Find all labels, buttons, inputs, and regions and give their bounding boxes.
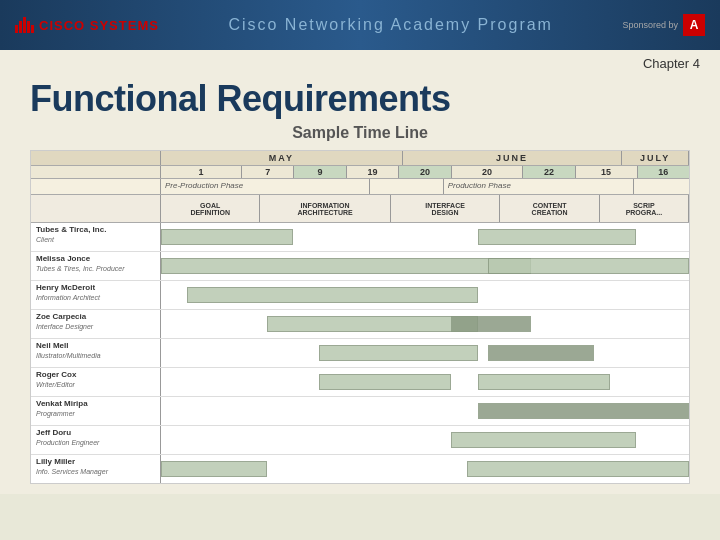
table-row: Melissa Jonce Tubes & Tires, Inc. Produc… — [31, 252, 689, 281]
date-22: 22 — [523, 166, 575, 178]
phase-col-goal: GOALDEFINITION — [161, 195, 260, 222]
data-rows: Tubes & Tirca, Inc. Client Melissa Jonce… — [31, 223, 689, 483]
gantt-area-2 — [161, 252, 689, 280]
phases-col-spacer — [31, 195, 161, 222]
date-16: 16 — [638, 166, 689, 178]
gantt-area-7 — [161, 397, 689, 425]
table-row: Henry McDeroit Information Architect — [31, 281, 689, 310]
date-1: 1 — [161, 166, 242, 178]
gantt-bar — [478, 374, 610, 391]
date-15: 15 — [576, 166, 638, 178]
gantt-bar — [488, 258, 689, 275]
phase-col-info: INFORMATIONARCHITECTURE — [260, 195, 390, 222]
date-20: 20 — [399, 166, 451, 178]
table-row: Neil Mell Illustrator/Multimedia — [31, 339, 689, 368]
row-label-6: Roger Cox Writer/Editor — [31, 368, 161, 396]
sponsored-label: Sponsored by — [622, 20, 678, 30]
main-content: Functional Requirements Sample Time Line… — [0, 73, 720, 494]
table-row: Jeff Doru Production Engineer — [31, 426, 689, 455]
phase-spacer — [31, 179, 161, 194]
gantt-bar — [451, 316, 530, 333]
date-june20: 20 — [452, 166, 523, 178]
cisco-bars-icon — [15, 17, 34, 33]
row-label-4: Zoe Carpecia Interface Designer — [31, 310, 161, 338]
gantt-area-9 — [161, 455, 689, 483]
row-label-9: Lilly Miller Info. Services Manager — [31, 455, 161, 483]
academy-title: Cisco Networking Academy Program — [159, 16, 623, 34]
row-label-2: Melissa Jonce Tubes & Tires, Inc. Produc… — [31, 252, 161, 280]
gantt-bar — [478, 229, 636, 246]
gantt-area-3 — [161, 281, 689, 309]
label-spacer — [31, 151, 161, 165]
chapter-label: Chapter 4 — [0, 50, 720, 73]
gantt-bar — [161, 461, 267, 478]
bar4 — [27, 21, 30, 33]
phase-gap — [370, 179, 444, 194]
row-label-3: Henry McDeroit Information Architect — [31, 281, 161, 309]
gantt-bar — [488, 345, 594, 362]
gantt-area-1 — [161, 223, 689, 251]
gantt-bar — [478, 403, 689, 420]
bar1 — [15, 25, 18, 33]
table-row: Tubes & Tirca, Inc. Client — [31, 223, 689, 252]
bar3 — [23, 17, 26, 33]
gantt-bar — [187, 287, 477, 304]
table-row: Zoe Carpecia Interface Designer — [31, 310, 689, 339]
gantt-bar — [161, 258, 531, 275]
subtitle: Sample Time Line — [30, 124, 690, 142]
row-label-5: Neil Mell Illustrator/Multimedia — [31, 339, 161, 367]
table-row: Venkat Miripa Programmer — [31, 397, 689, 426]
cisco-logo: CISCO SYSTEMS — [15, 17, 159, 33]
gantt-bar — [161, 229, 293, 246]
cisco-text: CISCO SYSTEMS — [39, 18, 159, 33]
bar2 — [19, 21, 22, 33]
month-july: JULY — [622, 151, 689, 165]
phase-prod: Production Phase — [444, 179, 635, 194]
gantt-area-4 — [161, 310, 689, 338]
sponsored-area: Sponsored by A — [622, 14, 705, 36]
phase-col-content: CONTENTCREATION — [500, 195, 599, 222]
page-title: Functional Requirements — [30, 78, 690, 120]
chapter-text: Chapter 4 — [643, 56, 700, 71]
gantt-bar — [319, 374, 451, 391]
bar5 — [31, 25, 34, 33]
phase-row: Pre-Production Phase Production Phase — [31, 179, 689, 195]
row-label-8: Jeff Doru Production Engineer — [31, 426, 161, 454]
table-row: Lilly Miller Info. Services Manager — [31, 455, 689, 483]
timeline-table: MAY JUNE JULY 1 7 9 19 20 20 — [30, 150, 690, 484]
gantt-area-8 — [161, 426, 689, 454]
phase-col-interface: INTERFACEDESIGN — [391, 195, 501, 222]
date-9: 9 — [294, 166, 346, 178]
phases-header-row: GOALDEFINITION INFORMATIONARCHITECTURE I… — [31, 195, 689, 223]
table-row: Roger Cox Writer/Editor — [31, 368, 689, 397]
row-label-1: Tubes & Tirca, Inc. Client — [31, 223, 161, 251]
dates-row: 1 7 9 19 20 20 22 15 16 — [31, 166, 689, 179]
gantt-bar — [267, 316, 478, 333]
date-7: 7 — [242, 166, 294, 178]
gantt-bar — [451, 432, 636, 449]
date-19: 19 — [347, 166, 399, 178]
header-bar: CISCO SYSTEMS Cisco Networking Academy P… — [0, 0, 720, 50]
month-june: JUNE — [403, 151, 623, 165]
row-label-7: Venkat Miripa Programmer — [31, 397, 161, 425]
gantt-area-5 — [161, 339, 689, 367]
gantt-bar — [467, 461, 689, 478]
gantt-area-6 — [161, 368, 689, 396]
month-header-row: MAY JUNE JULY — [31, 151, 689, 166]
phase-col-scripting: SCRIPPROGRA... — [600, 195, 689, 222]
phase-pre-prod: Pre-Production Phase — [161, 179, 370, 194]
month-may: MAY — [161, 151, 403, 165]
phase-rest — [634, 179, 689, 194]
dates-spacer — [31, 166, 161, 178]
adobe-icon: A — [683, 14, 705, 36]
gantt-bar — [319, 345, 477, 362]
